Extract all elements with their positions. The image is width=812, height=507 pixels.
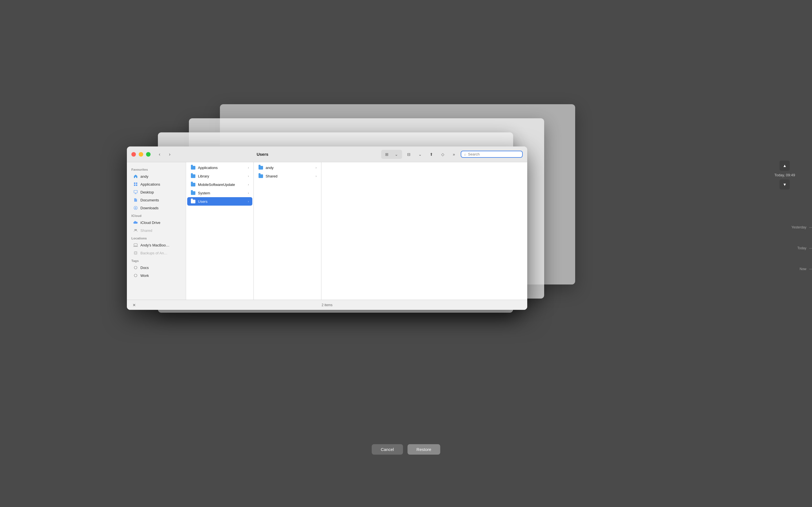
notification-time: Today, 09:49 — [774, 173, 795, 177]
search-input[interactable] — [468, 152, 519, 156]
column-view-button[interactable]: ⊞ — [382, 151, 391, 158]
sidebar-item-icloud-drive[interactable]: iCloud Drive — [129, 219, 184, 226]
sidebar-item-backups[interactable]: Backups of An… — [129, 249, 184, 257]
status-close-button[interactable]: ✕ — [132, 302, 137, 308]
sidebar-item-applications-label: Applications — [140, 182, 160, 186]
sidebar-item-documents-label: Documents — [140, 198, 159, 202]
svg-rect-3 — [136, 184, 137, 186]
sidebar-item-desktop-label: Desktop — [140, 190, 154, 194]
sidebar-item-applications[interactable]: Applications — [129, 180, 184, 188]
sidebar-item-macbook[interactable]: Andy's MacBoo… — [129, 241, 184, 249]
svg-rect-2 — [134, 184, 135, 186]
svg-rect-4 — [134, 190, 137, 193]
col1-mobile-software[interactable]: MobileSoftwareUpdate › — [187, 180, 252, 189]
timeline: Yesterday Today Now — [792, 225, 806, 271]
sidebar-item-backups-label: Backups of An… — [140, 251, 167, 255]
view-options-button[interactable]: ⌄ — [392, 151, 401, 158]
sidebar-item-downloads-label: Downloads — [140, 206, 158, 210]
search-icon: ⌕ — [464, 152, 466, 156]
documents-icon — [133, 198, 138, 203]
col1-library-label: Library — [198, 174, 209, 178]
icloud-icon — [133, 220, 138, 225]
sidebar-item-work-tag[interactable]: Work — [129, 272, 184, 279]
sidebar: Favourites andy — [127, 162, 186, 300]
tag-button[interactable]: ◇ — [438, 151, 447, 158]
col1-applications-arrow: › — [248, 166, 249, 169]
sidebar-item-downloads[interactable]: Downloads — [129, 204, 184, 212]
svg-point-13 — [134, 266, 137, 269]
folder-icon-shared — [258, 173, 263, 179]
backups-icon — [133, 250, 138, 256]
folder-icon — [191, 165, 196, 170]
docs-tag-icon — [133, 265, 138, 270]
col2-shared-label: Shared — [266, 174, 277, 178]
search-box[interactable]: ⌕ — [461, 151, 523, 158]
svg-rect-10 — [134, 244, 137, 246]
column-view: Applications › Library › MobileSoftwareU… — [186, 162, 527, 300]
col1-system-arrow: › — [248, 191, 249, 194]
title-bar: ‹ › Users ⊞ ⌄ ⊟ ⌄ ⬆ ◇ » ⌕ — [127, 147, 527, 162]
grid-view-button[interactable]: ⊟ — [404, 151, 413, 158]
more-button[interactable]: » — [449, 151, 458, 158]
sidebar-item-icloud-label: iCloud Drive — [140, 221, 160, 225]
dialog-buttons: Cancel Restore — [371, 444, 440, 455]
col1-library[interactable]: Library › — [187, 172, 252, 180]
status-text: 2 items — [322, 303, 333, 307]
notif-down-button[interactable]: ▼ — [779, 179, 790, 189]
cancel-button[interactable]: Cancel — [371, 444, 403, 455]
favourites-label: Favourites — [127, 166, 186, 172]
restore-button[interactable]: Restore — [407, 444, 441, 455]
locations-label: Locations — [127, 234, 186, 241]
col1-mobile-software-arrow: › — [248, 183, 249, 186]
column-1: Applications › Library › MobileSoftwareU… — [186, 162, 254, 300]
sidebar-item-desktop[interactable]: Desktop — [129, 188, 184, 196]
sidebar-item-shared-label: Shared — [140, 228, 152, 233]
work-tag-icon — [133, 273, 138, 278]
col1-system[interactable]: System › — [187, 189, 252, 197]
sidebar-item-shared[interactable]: Shared — [129, 226, 184, 234]
folder-icon-5 — [191, 199, 196, 204]
shared-icon — [133, 228, 138, 233]
view-toggle: ⊞ ⌄ — [381, 150, 402, 159]
sidebar-item-documents[interactable]: Documents — [129, 196, 184, 204]
toolbar-right: ⊞ ⌄ ⊟ ⌄ ⬆ ◇ » ⌕ — [381, 150, 523, 159]
sidebar-item-andy[interactable]: andy — [129, 172, 184, 180]
svg-point-9 — [136, 229, 137, 231]
col2-shared[interactable]: Shared › — [255, 172, 320, 180]
notification-panel: ▲ Today, 09:49 ▼ — [774, 161, 795, 189]
sidebar-item-docs-label: Docs — [140, 266, 149, 270]
svg-point-14 — [134, 274, 137, 277]
folder-icon-4 — [191, 190, 196, 195]
svg-rect-1 — [136, 182, 137, 184]
column-2: andy › Shared › — [254, 162, 321, 300]
desktop-icon — [133, 189, 138, 194]
close-button[interactable] — [132, 152, 136, 157]
content-area: Favourites andy — [127, 162, 527, 300]
col1-users[interactable]: Users › — [187, 197, 252, 206]
grid-options-button[interactable]: ⌄ — [416, 151, 424, 158]
folder-icon-andy — [258, 165, 263, 170]
col2-andy[interactable]: andy › — [255, 163, 320, 172]
col1-users-arrow: › — [248, 200, 249, 203]
applications-icon — [133, 182, 138, 187]
sidebar-item-docs-tag[interactable]: Docs — [129, 264, 184, 272]
share-button[interactable]: ⬆ — [427, 151, 436, 158]
finder-window: ‹ › Users ⊞ ⌄ ⊟ ⌄ ⬆ ◇ » ⌕ Favourites — [127, 147, 527, 310]
sidebar-item-work-label: Work — [140, 274, 149, 278]
notif-up-button[interactable]: ▲ — [779, 161, 790, 171]
status-bar: ✕ 2 items — [127, 300, 527, 310]
tags-label: Tags — [127, 257, 186, 264]
folder-icon-3 — [191, 182, 196, 187]
icloud-label: iCloud — [127, 212, 186, 219]
window-title: Users — [144, 152, 381, 157]
col1-system-label: System — [198, 191, 210, 195]
col1-users-label: Users — [198, 200, 207, 204]
col1-applications[interactable]: Applications › — [187, 163, 252, 172]
col1-mobile-software-label: MobileSoftwareUpdate — [198, 182, 235, 187]
timeline-today: Today — [797, 246, 806, 250]
home-icon — [133, 174, 138, 179]
svg-rect-0 — [134, 182, 135, 184]
minimize-button[interactable] — [139, 152, 143, 157]
col1-library-arrow: › — [248, 174, 249, 178]
svg-rect-12 — [135, 252, 137, 254]
